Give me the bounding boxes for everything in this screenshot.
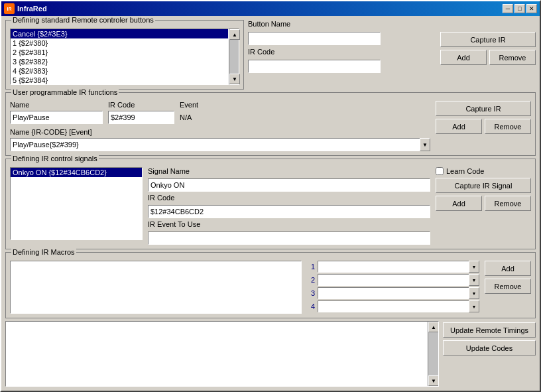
- ir-add-button[interactable]: Add: [436, 196, 482, 211]
- ir-event-input[interactable]: [148, 231, 430, 245]
- scroll-down-button[interactable]: ▼: [229, 74, 240, 84]
- update-remote-timings-button[interactable]: Update Remote Timings: [443, 322, 536, 338]
- macro-combo-wrapper-1: ▼: [318, 261, 479, 273]
- list-item[interactable]: Cancel {$2#3E3}: [11, 29, 228, 38]
- macro-combo-wrapper-4: ▼: [318, 300, 479, 312]
- user-prog-combo[interactable]: Play/Pause{$2#399} Play/Pause{$2#399}: [10, 138, 430, 151]
- user-prog-buttons: Capture IR Add Remove: [436, 101, 531, 151]
- list-item[interactable]: 2 {$2#381}: [11, 48, 228, 57]
- learn-code-label: Learn Code: [446, 167, 485, 175]
- user-prog-dropdown-button[interactable]: ▼: [420, 138, 430, 151]
- macro-dropdown-btn-1[interactable]: ▼: [469, 261, 479, 273]
- name-template-row: Name {IR-CODE} [Event]: [10, 128, 430, 136]
- ir-event-label: IR Event To Use: [148, 220, 430, 228]
- macro-dropdown-btn-2[interactable]: ▼: [469, 274, 479, 286]
- button-name-fields: Button Name IR Code: [248, 20, 435, 73]
- list-item[interactable]: 1 {$2#380}: [11, 38, 228, 48]
- bottom-scroll-down[interactable]: ▼: [428, 375, 439, 386]
- remove-button[interactable]: Remove: [489, 50, 536, 65]
- macro-combo-2[interactable]: [318, 274, 479, 286]
- ir-control-fields: Signal Name IR Code IR Event To Use: [148, 167, 430, 245]
- macro-num-3: 3: [307, 289, 315, 297]
- learn-code-row: Learn Code: [436, 167, 531, 175]
- user-prog-left: Name IR Code Event N/A Name {IR-CODE} [E…: [10, 101, 430, 151]
- window-icon: IR: [4, 3, 15, 14]
- user-remove-button[interactable]: Remove: [485, 119, 531, 134]
- ir-control-item[interactable]: Onkyo ON {$12#34CB6CD2}: [11, 168, 142, 177]
- remote-list-container: Cancel {$2#3E3} 1 {$2#380} 2 {$2#381} 3 …: [10, 29, 239, 85]
- signal-name-input[interactable]: [148, 178, 430, 192]
- bottom-scroll-up[interactable]: ▲: [428, 322, 439, 332]
- remote-buttons-group: Defining standard Remote controler butto…: [5, 20, 244, 90]
- macros-add-button[interactable]: Add: [485, 261, 531, 276]
- macro-dropdown-btn-3[interactable]: ▼: [469, 287, 479, 299]
- top-row: Defining standard Remote controler butto…: [5, 20, 536, 90]
- list-item[interactable]: 3 {$2#382}: [11, 57, 228, 66]
- user-prog-group: User programmable IR functions Name IR C…: [5, 92, 536, 156]
- macro-dropdown-btn-4[interactable]: ▼: [469, 300, 479, 312]
- ir-code-label2: IR Code: [148, 194, 430, 202]
- scroll-up-button[interactable]: ▲: [229, 29, 240, 40]
- capture-ir-signal-button[interactable]: Capture IR Signal: [436, 178, 531, 193]
- button-name-row: Button Name IR Code Capture IR Add Remov…: [248, 20, 536, 73]
- button-name-buttons: Capture IR Add Remove: [440, 20, 536, 65]
- ir-remove-button[interactable]: Remove: [485, 196, 531, 211]
- user-capture-ir-button[interactable]: Capture IR: [436, 101, 531, 116]
- macro-combo-wrapper-3: ▼: [318, 287, 479, 299]
- macros-legend: Defining IR Macros: [11, 248, 76, 256]
- macro-row-1: 1 ▼: [307, 261, 479, 273]
- maximize-button[interactable]: □: [514, 4, 525, 13]
- bottom-text-area: ▲ ▼: [5, 321, 439, 387]
- macro-num-1: 1: [307, 263, 315, 271]
- ir-control-inner: Onkyo ON {$12#34CB6CD2} Signal Name IR C…: [10, 167, 531, 245]
- user-prog-ircode-input[interactable]: [108, 111, 174, 124]
- remote-buttons-list[interactable]: Cancel {$2#3E3} 1 {$2#380} 2 {$2#381} 3 …: [10, 29, 229, 85]
- update-codes-button[interactable]: Update Codes: [443, 340, 536, 356]
- bottom-scrollbar[interactable]: ▲ ▼: [428, 322, 438, 386]
- col-ircode-header: IR Code: [108, 101, 174, 109]
- user-prog-row: N/A: [10, 111, 430, 124]
- capture-ir-button[interactable]: Capture IR: [440, 32, 536, 47]
- button-name-input[interactable]: [248, 32, 381, 45]
- macro-combo-wrapper-2: ▼: [318, 274, 479, 286]
- name-template-label: Name {IR-CODE} [Event]: [10, 128, 92, 136]
- remote-list-scrollbar[interactable]: ▲ ▼: [229, 29, 239, 85]
- user-prog-combo-wrapper: Play/Pause{$2#399} Play/Pause{$2#399} ▼: [10, 138, 430, 151]
- ir-code-input2[interactable]: [148, 205, 430, 218]
- macros-buttons: Add Remove: [485, 261, 531, 314]
- macros-remove-button[interactable]: Remove: [485, 279, 531, 294]
- learn-code-checkbox[interactable]: [436, 167, 444, 175]
- bottom-textarea[interactable]: [6, 322, 428, 386]
- user-prog-name-input[interactable]: [10, 111, 103, 124]
- add-button[interactable]: Add: [440, 50, 487, 65]
- minimize-button[interactable]: ─: [503, 4, 513, 13]
- macro-combo-4[interactable]: [318, 300, 479, 312]
- macro-row-4: 4 ▼: [307, 300, 479, 312]
- main-content: Defining standard Remote controler butto…: [1, 16, 540, 391]
- button-name-section: Button Name IR Code Capture IR Add Remov…: [248, 20, 536, 90]
- ir-control-list[interactable]: Onkyo ON {$12#34CB6CD2}: [10, 167, 143, 240]
- button-name-label: Button Name: [248, 20, 435, 28]
- macro-combo-3[interactable]: [318, 287, 479, 299]
- close-button[interactable]: ✕: [526, 4, 537, 13]
- ir-control-right: Signal Name IR Code IR Event To Use Lear…: [148, 167, 531, 245]
- macros-list[interactable]: [10, 261, 302, 314]
- list-item[interactable]: 4 {$2#383}: [11, 66, 228, 76]
- col-name-header: Name: [10, 101, 103, 109]
- window: IR InfraRed ─ □ ✕ Defining standard Remo…: [0, 0, 541, 392]
- ir-control-legend: Defining IR control signals: [11, 155, 99, 163]
- macros-group: Defining IR Macros 1 ▼ 2: [5, 252, 536, 318]
- bottom-buttons: Update Remote Timings Update Codes: [443, 321, 536, 387]
- macros-dropdowns: 1 ▼ 2 ▼ 3: [307, 261, 479, 314]
- event-value: N/A: [180, 113, 192, 121]
- title-buttons: ─ □ ✕: [503, 4, 537, 13]
- remote-buttons-legend: Defining standard Remote controler butto…: [11, 16, 155, 24]
- ir-code-input[interactable]: [248, 60, 381, 73]
- bottom-row: ▲ ▼ Update Remote Timings Update Codes: [5, 321, 536, 387]
- list-item[interactable]: 5 {$2#384}: [11, 76, 228, 85]
- macro-combo-1[interactable]: [318, 261, 479, 273]
- col-event-header: Event: [180, 101, 198, 109]
- ir-control-fields-row: Signal Name IR Code IR Event To Use Lear…: [148, 167, 531, 245]
- user-add-button[interactable]: Add: [436, 119, 482, 134]
- signal-name-label: Signal Name: [148, 167, 430, 175]
